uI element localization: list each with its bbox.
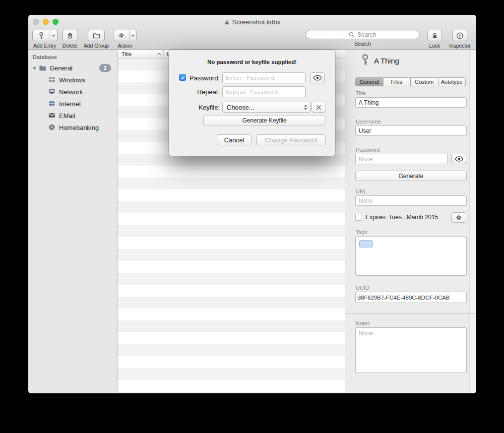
- add-group-button[interactable]: [88, 30, 105, 41]
- uuid-label: UUID: [356, 285, 369, 291]
- inspector-label: Inspector: [449, 43, 470, 49]
- folder-icon: [39, 64, 47, 72]
- homebanking-icon: [48, 124, 56, 131]
- chevron-down-icon[interactable]: [129, 30, 136, 41]
- sidebar-item-homebanking[interactable]: Homebanking: [28, 122, 117, 133]
- window-title: Screenshot.kdbx: [28, 18, 476, 26]
- sidebar-item-label: Windows: [59, 76, 85, 84]
- keyfile-label: Keyfile:: [184, 104, 220, 111]
- tag-pill[interactable]: [359, 240, 373, 247]
- eye-icon: [313, 75, 322, 81]
- change-password-button[interactable]: Change Password: [256, 134, 326, 145]
- search-placeholder-text: Search: [357, 31, 376, 38]
- password-label: Password:: [184, 74, 220, 82]
- sidebar-item-email[interactable]: EMail: [28, 110, 117, 122]
- padlock-icon: [431, 32, 439, 40]
- sort-ascending-icon: [157, 53, 161, 56]
- entry-key-icon: [359, 54, 371, 66]
- sidebar-item-general[interactable]: General 2: [28, 62, 117, 74]
- reveal-password-button[interactable]: [310, 72, 325, 83]
- title-field-label: Title: [356, 90, 366, 96]
- delete-label: Delete: [63, 43, 77, 49]
- inspector-scrollbar[interactable]: [469, 50, 476, 393]
- inspector-toolbar-item: Inspector: [446, 30, 474, 49]
- username-field-label: Username: [356, 119, 381, 124]
- delete-button[interactable]: [63, 30, 77, 41]
- tab-general[interactable]: General: [355, 77, 383, 86]
- chevron-down-icon[interactable]: [50, 30, 57, 41]
- sidebar-item-label: General: [50, 64, 72, 72]
- lock-button[interactable]: [427, 30, 442, 41]
- folder-plus-icon: [92, 32, 101, 40]
- network-icon: [48, 88, 56, 96]
- tab-files[interactable]: Files: [383, 77, 411, 86]
- tab-custom[interactable]: Custom: [411, 77, 439, 86]
- tags-label: Tags: [356, 229, 367, 235]
- inspector-divider: [345, 313, 476, 314]
- inspector-button[interactable]: [452, 30, 467, 41]
- cancel-button[interactable]: Cancel: [217, 134, 252, 145]
- sidebar-item-label: Homebanking: [59, 124, 99, 131]
- add-group-toolbar-item: Add Group: [81, 30, 111, 49]
- notes-label: Notes: [356, 320, 370, 326]
- sidebar-item-windows[interactable]: Windows: [28, 74, 117, 86]
- sidebar-item-label: Internet: [59, 100, 81, 108]
- tags-box[interactable]: [355, 236, 467, 276]
- notes-field[interactable]: [355, 327, 467, 373]
- add-group-label: Add Group: [84, 43, 109, 49]
- repeat-input[interactable]: [222, 86, 306, 97]
- search-input[interactable]: Search: [306, 30, 420, 39]
- password-field[interactable]: [355, 154, 448, 164]
- tab-autotype[interactable]: Autotype: [439, 77, 466, 86]
- column-header-title[interactable]: Title: [118, 50, 164, 58]
- add-entry-toolbar-item: Add Entry: [31, 30, 59, 49]
- gear-icon: [455, 214, 462, 221]
- generate-keyfile-button[interactable]: Generate Keyfile: [203, 116, 325, 125]
- search-label: Search: [354, 41, 371, 47]
- expires-options-button[interactable]: [451, 212, 466, 223]
- sidebar: Database General 2 Windows: [28, 50, 118, 393]
- action-toolbar-item: Action: [112, 30, 138, 49]
- lock-toolbar-item: Lock: [425, 30, 444, 49]
- url-field[interactable]: [355, 195, 467, 206]
- document-proxy-lock-icon: [224, 19, 230, 25]
- stepper-icon: [304, 104, 308, 111]
- uuid-field[interactable]: [355, 292, 467, 303]
- disclosure-triangle-icon[interactable]: [31, 65, 37, 71]
- window-title-text: Screenshot.kdbx: [232, 18, 280, 26]
- expires-checkbox[interactable]: [355, 214, 362, 221]
- add-entry-button[interactable]: [32, 30, 58, 41]
- email-icon: [48, 112, 56, 120]
- sidebar-item-internet[interactable]: Internet: [28, 98, 117, 110]
- search-toolbar-item: Search Search: [303, 30, 422, 47]
- title-field[interactable]: [355, 97, 467, 108]
- dialog-message: No password or keyfile supplied!: [169, 59, 335, 65]
- search-icon: [349, 32, 355, 38]
- clear-keyfile-button[interactable]: [312, 102, 325, 113]
- url-field-label: URL: [356, 188, 367, 194]
- sidebar-item-network[interactable]: Network: [28, 86, 117, 98]
- trash-icon: [66, 32, 74, 40]
- action-button[interactable]: [114, 30, 137, 41]
- add-entry-label: Add Entry: [33, 43, 56, 49]
- keyfile-popup[interactable]: Choose...: [222, 102, 311, 113]
- password-input[interactable]: [222, 72, 306, 83]
- window-chrome: Screenshot.kdbx Add Entry: [28, 15, 476, 50]
- entry-title-heading: A Thing: [374, 57, 399, 65]
- app-window: Screenshot.kdbx Add Entry: [28, 15, 476, 393]
- gear-icon: [114, 30, 129, 41]
- info-circle-icon: [456, 32, 464, 40]
- sidebar-item-label: Network: [59, 88, 83, 96]
- repeat-label: Repeat:: [184, 88, 220, 96]
- username-field[interactable]: [355, 125, 467, 136]
- inspector-tabs: General Files Custom Autotype: [355, 77, 466, 86]
- expires-label: Expires: Tues...March 2015: [366, 214, 438, 221]
- eye-icon: [455, 156, 463, 162]
- reveal-password-button[interactable]: [451, 154, 466, 164]
- generate-password-button[interactable]: Generate: [355, 171, 467, 181]
- toolbar: Add Entry Delete Add Group: [28, 29, 476, 50]
- change-password-dialog: No password or keyfile supplied! Passwor…: [169, 50, 335, 156]
- x-cross-icon: [316, 105, 321, 110]
- key-icon: [33, 30, 50, 41]
- inspector-panel: A Thing General Files Custom Autotype Ti…: [345, 50, 476, 393]
